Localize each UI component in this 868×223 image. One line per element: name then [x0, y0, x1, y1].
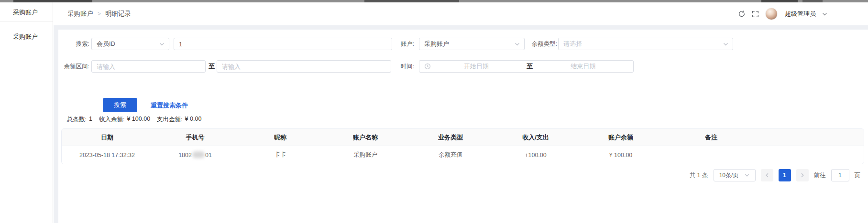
page-unit-label: 页: [855, 171, 861, 180]
cell-income-expense: +100.00: [493, 152, 578, 159]
cell-phone: 180201: [153, 151, 238, 159]
search-type-value: 会员ID: [97, 40, 115, 48]
search-type-select[interactable]: 会员ID: [91, 38, 169, 50]
income-balance-value: ¥ 100.00: [127, 116, 150, 124]
start-date-placeholder[interactable]: 开始日期: [431, 62, 522, 71]
cell-account-balance: ¥ 100.00: [578, 152, 663, 159]
time-label: 时间:: [383, 60, 414, 73]
breadcrumb-separator-icon: >: [98, 11, 101, 17]
balance-type-label: 余额类型:: [526, 38, 557, 50]
refresh-icon: [738, 10, 746, 18]
chevron-down-icon: [159, 42, 165, 47]
fullscreen-icon: [752, 11, 759, 18]
balance-type-placeholder: 请选择: [563, 40, 582, 48]
breadcrumb-item-detail-records: 明细记录: [105, 10, 131, 18]
balance-range-max-input[interactable]: [217, 60, 391, 73]
cell-nickname: 卡卡: [238, 151, 323, 159]
user-menu[interactable]: [765, 8, 778, 20]
goto-page-input[interactable]: [831, 169, 849, 181]
summary-bar: 总条数: 1 收入余额: ¥ 100.00 支出金额: ¥ 0.00: [67, 116, 201, 124]
clock-icon: [424, 63, 431, 70]
total-count-label: 总条数:: [67, 116, 87, 124]
date-to-label: 至: [522, 62, 538, 71]
goto-label: 前往: [814, 171, 826, 180]
balance-range-label: 余额区间:: [58, 60, 89, 73]
table-row[interactable]: 2023-05-18 17:32:32 180201 卡卡 采购账户 余额充值 …: [62, 146, 864, 164]
page-size-value: 10条/页: [719, 171, 739, 180]
header-income-expense: 收入/支出: [493, 133, 578, 142]
pagination: 共 1 条 10条/页 1 前往 页: [690, 169, 860, 181]
refresh-button[interactable]: [738, 10, 746, 18]
cell-business-type: 余额充值: [408, 151, 493, 159]
header-business-type: 业务类型: [408, 133, 493, 142]
records-table: 日期 手机号 昵称 账户名称 业务类型 收入/支出 账户余额 备注 2023-0…: [61, 128, 864, 164]
search-button[interactable]: 搜索: [103, 98, 137, 112]
header-remark: 备注: [663, 133, 759, 142]
sidebar-item-purchase-account[interactable]: 采购账户: [0, 28, 53, 45]
expense-amount-value: ¥ 0.00: [185, 116, 202, 124]
expense-amount-label: 支出金额:: [157, 116, 182, 124]
account-label: 账户:: [383, 38, 414, 50]
topbar-actions: 超级管理员: [738, 2, 827, 25]
pagination-total: 共 1 条: [690, 171, 708, 180]
sidebar: 采购账户 采购账户: [0, 2, 53, 223]
income-balance-label: 收入余额:: [99, 116, 124, 124]
chevron-down-icon: [515, 42, 520, 47]
page-size-select[interactable]: 10条/页: [714, 169, 756, 181]
header-phone: 手机号: [153, 133, 238, 142]
chevron-right-icon: [800, 173, 805, 178]
table-header-row: 日期 手机号 昵称 账户名称 业务类型 收入/支出 账户余额 备注: [62, 129, 864, 146]
chevron-left-icon: [765, 173, 769, 178]
chevron-down-icon: [745, 173, 749, 178]
phone-redaction-blur: [192, 151, 205, 158]
balance-range-min-input[interactable]: [91, 60, 206, 73]
prev-page-button[interactable]: [761, 169, 773, 181]
end-date-placeholder[interactable]: 结束日期: [538, 62, 629, 71]
chevron-down-icon: [723, 42, 728, 47]
avatar: [765, 8, 778, 20]
header-account-balance: 账户余额: [578, 133, 663, 142]
header-nickname: 昵称: [238, 133, 323, 142]
header-account-name: 账户名称: [323, 133, 408, 142]
chevron-down-icon[interactable]: [822, 11, 827, 17]
cell-date: 2023-05-18 17:32:32: [62, 152, 153, 159]
topbar: 采购账户 > 明细记录 超级管理员: [54, 2, 868, 25]
balance-type-select[interactable]: 请选择: [558, 38, 733, 50]
total-count-value: 1: [89, 116, 92, 124]
header-date: 日期: [62, 133, 153, 142]
next-page-button[interactable]: [796, 169, 809, 181]
header-divider: [54, 25, 868, 30]
search-label: 搜索:: [58, 38, 89, 50]
breadcrumb-item-purchase-account[interactable]: 采购账户: [67, 10, 93, 18]
account-select[interactable]: 采购账户: [419, 38, 525, 50]
date-range-picker[interactable]: 开始日期 至 结束日期: [419, 60, 634, 73]
balance-range-to-label: 至: [207, 60, 216, 73]
user-name[interactable]: 超级管理员: [785, 10, 816, 18]
sidebar-item-purchase-account-root[interactable]: 采购账户: [0, 2, 53, 22]
cell-account-name: 采购账户: [323, 151, 408, 159]
fullscreen-button[interactable]: [752, 11, 759, 18]
search-keyword-input[interactable]: [174, 38, 392, 50]
reset-search-link[interactable]: 重置搜索条件: [151, 101, 188, 110]
account-select-value: 采购账户: [424, 40, 449, 48]
current-page-button[interactable]: 1: [779, 169, 791, 181]
breadcrumb: 采购账户 > 明细记录: [67, 2, 131, 25]
left-gutter: [54, 25, 58, 223]
main-content: 搜索: 会员ID 账户: 采购账户 余额类型: 请选择 余额区间: 至 时间: …: [58, 30, 868, 223]
